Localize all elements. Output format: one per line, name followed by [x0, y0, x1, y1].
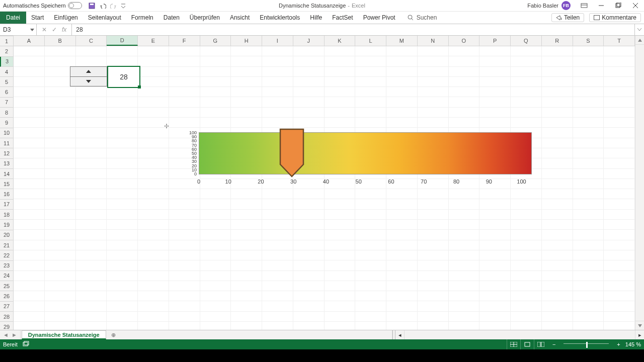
scroll-up-button[interactable] [635, 36, 644, 45]
fx-icon[interactable]: fx [62, 26, 66, 33]
col-header-K[interactable]: K [325, 36, 356, 46]
zoom-thumb[interactable] [586, 342, 588, 348]
row-header-3[interactable]: 3 [0, 57, 13, 67]
row-header-22[interactable]: 22 [0, 250, 13, 260]
page-layout-view-button[interactable] [520, 339, 534, 349]
redo-icon[interactable] [110, 3, 117, 9]
row-header-14[interactable]: 14 [0, 169, 13, 179]
col-header-E[interactable]: E [138, 36, 169, 46]
col-header-D[interactable]: D [107, 36, 138, 46]
row-header-4[interactable]: 4 [0, 67, 13, 77]
tab-formeln[interactable]: Formeln [126, 12, 158, 24]
row-header-27[interactable]: 27 [0, 302, 13, 312]
tab-entwicklertools[interactable]: Entwicklertools [255, 12, 305, 24]
col-header-P[interactable]: P [479, 36, 511, 46]
tell-me-search[interactable]: Suchen [408, 12, 437, 24]
row-header-25[interactable]: 25 [0, 281, 13, 291]
tab-hilfe[interactable]: Hilfe [305, 12, 327, 24]
col-header-H[interactable]: H [231, 36, 262, 46]
maximize-button[interactable] [610, 0, 627, 11]
page-break-view-button[interactable] [534, 339, 547, 349]
col-header-S[interactable]: S [573, 36, 604, 46]
formula-input[interactable]: 28 [72, 26, 83, 33]
col-header-T[interactable]: T [604, 36, 635, 46]
enter-icon[interactable]: ✓ [52, 26, 57, 33]
row-header-15[interactable]: 15 [0, 179, 13, 189]
add-sheet-button[interactable]: ⊕ [108, 330, 119, 339]
col-header-M[interactable]: M [386, 36, 418, 46]
tab-einfügen[interactable]: Einfügen [49, 12, 83, 24]
tab-power pivot[interactable]: Power Pivot [358, 12, 400, 24]
scroll-left-button[interactable]: ◂ [395, 330, 405, 339]
row-header-9[interactable]: 9 [0, 118, 13, 128]
zoom-out-button[interactable]: − [552, 341, 555, 347]
col-header-A[interactable]: A [14, 36, 45, 46]
row-header-29[interactable]: 29 [0, 322, 13, 330]
prev-sheet-icon[interactable]: ◄ [3, 332, 9, 338]
scroll-right-button[interactable]: ▸ [635, 330, 644, 339]
row-header-2[interactable]: 2 [0, 46, 13, 56]
autosave[interactable]: Automatisches Speichern [3, 2, 82, 9]
col-header-F[interactable]: F [169, 36, 200, 46]
row-header-26[interactable]: 26 [0, 291, 13, 301]
ribbon-display-options[interactable] [576, 0, 593, 11]
col-header-I[interactable]: I [262, 36, 293, 46]
user-account[interactable]: Fabio Basler FB [527, 1, 576, 10]
qat-more-icon[interactable] [121, 3, 125, 8]
undo-icon[interactable] [99, 3, 106, 9]
name-box[interactable]: D3 [0, 24, 37, 35]
row-header-21[interactable]: 21 [0, 240, 13, 250]
row-header-12[interactable]: 12 [0, 148, 13, 158]
scroll-down-button[interactable] [635, 321, 644, 330]
minimize-button[interactable] [593, 0, 610, 11]
col-header-Q[interactable]: Q [511, 36, 542, 46]
row-header-5[interactable]: 5 [0, 77, 13, 87]
save-icon[interactable] [89, 3, 95, 9]
col-header-B[interactable]: B [45, 36, 76, 46]
row-header-16[interactable]: 16 [0, 189, 13, 199]
spin-button-control[interactable] [70, 66, 107, 86]
tab-seitenlayout[interactable]: Seitenlayout [83, 12, 126, 24]
row-header-20[interactable]: 20 [0, 230, 13, 240]
share-button[interactable]: Teilen [551, 13, 584, 22]
row-header-28[interactable]: 28 [0, 312, 13, 322]
expand-formula-bar[interactable] [634, 24, 644, 35]
autosave-toggle[interactable] [68, 2, 82, 9]
status-gauge-chart[interactable]: 1009080706050403020100 01020304050607080… [185, 131, 552, 191]
vertical-scrollbar[interactable] [635, 36, 644, 330]
comments-button[interactable]: Kommentare [589, 13, 641, 22]
horizontal-scrollbar[interactable]: ◂ ▸ [392, 330, 644, 339]
col-header-N[interactable]: N [418, 36, 449, 46]
cancel-icon[interactable]: ✕ [42, 26, 47, 33]
next-sheet-icon[interactable]: ► [12, 332, 17, 338]
col-header-G[interactable]: G [200, 36, 231, 46]
tab-daten[interactable]: Daten [158, 12, 185, 24]
sheet-tab[interactable]: Dynamische Statusanzeige [22, 330, 106, 339]
row-header-7[interactable]: 7 [0, 98, 13, 108]
spin-up-button[interactable] [70, 67, 107, 77]
zoom-slider[interactable] [564, 343, 609, 346]
row-header-19[interactable]: 19 [0, 220, 13, 230]
row-header-11[interactable]: 11 [0, 138, 13, 148]
close-button[interactable] [627, 0, 644, 11]
sheet-nav[interactable]: ◄ ► [0, 330, 21, 339]
row-header-24[interactable]: 24 [0, 271, 13, 281]
col-header-C[interactable]: C [76, 36, 107, 46]
tab-file[interactable]: Datei [0, 12, 26, 24]
col-header-O[interactable]: O [449, 36, 480, 46]
row-header-17[interactable]: 17 [0, 200, 13, 210]
row-header-8[interactable]: 8 [0, 108, 13, 118]
spin-down-button[interactable] [70, 77, 107, 86]
tab-überprüfen[interactable]: Überprüfen [185, 12, 225, 24]
tab-factset[interactable]: FactSet [327, 12, 358, 24]
zoom-level[interactable]: 145 % [625, 341, 641, 347]
row-header-6[interactable]: 6 [0, 87, 13, 97]
cells-area[interactable]: 28 ✢ 1009080706050403020100 010203040506… [14, 46, 635, 330]
normal-view-button[interactable] [507, 339, 520, 349]
tab-ansicht[interactable]: Ansicht [225, 12, 255, 24]
col-header-L[interactable]: L [355, 36, 386, 46]
zoom-in-button[interactable]: + [617, 341, 620, 347]
macro-record-icon[interactable] [23, 341, 30, 348]
row-header-10[interactable]: 10 [0, 128, 13, 138]
row-header-18[interactable]: 18 [0, 210, 13, 220]
